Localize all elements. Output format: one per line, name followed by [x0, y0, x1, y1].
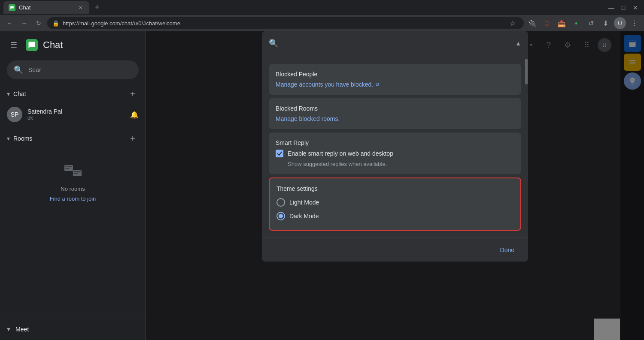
- browser-menu-button[interactable]: ⋮: [629, 17, 641, 29]
- extension-icon-3[interactable]: 📤: [556, 17, 568, 29]
- svg-rect-5: [74, 173, 78, 174]
- rooms-add-button[interactable]: +: [127, 132, 139, 144]
- rooms-section-title: Rooms: [13, 135, 123, 142]
- rooms-empty-state: No rooms Find a room to join: [0, 148, 146, 216]
- new-tab-button[interactable]: +: [91, 2, 103, 14]
- modal-search-bar: 🔍 ▲: [262, 31, 528, 55]
- app-container: ☰ Chat 🔍 Sear ▾ Chat + SP Satendra Pal o…: [0, 31, 644, 340]
- address-bar-actions: ☆: [507, 17, 519, 29]
- reload-button[interactable]: ↻: [33, 17, 45, 29]
- light-mode-radio[interactable]: [276, 198, 285, 207]
- tab-favicon: [9, 4, 15, 11]
- modal-scroll-area[interactable]: Blocked People Manage accounts you have …: [262, 55, 528, 238]
- meet-label: Meet: [15, 326, 29, 333]
- chat-info: Satendra Pal ok: [27, 108, 125, 121]
- rooms-section: ▾ Rooms + No rooms Find a room to jo: [0, 127, 146, 217]
- dark-mode-radio[interactable]: [276, 212, 285, 220]
- svg-rect-4: [74, 171, 81, 172]
- notification-icon: 🔔: [130, 111, 139, 119]
- bookmark-icon[interactable]: ☆: [507, 17, 519, 29]
- search-icon: 🔍: [14, 65, 23, 75]
- dark-mode-label: Dark Mode: [289, 213, 319, 220]
- rooms-empty-icon: [63, 162, 83, 182]
- meet-chevron-icon: ▾: [7, 325, 10, 333]
- meet-section-item[interactable]: ▾ Meet: [7, 322, 139, 337]
- external-link-icon: ⧉: [376, 81, 380, 87]
- dark-mode-radio-inner: [279, 214, 283, 218]
- sidebar: ☰ Chat 🔍 Sear ▾ Chat + SP Satendra Pal o…: [0, 31, 146, 340]
- chat-item[interactable]: SP Satendra Pal ok 🔔: [0, 103, 146, 126]
- extension-icon-6[interactable]: ⬇: [599, 17, 611, 29]
- smart-reply-checkbox-label: Enable smart reply on web and desktop: [288, 150, 393, 157]
- light-mode-radio-row[interactable]: Light Mode: [276, 196, 513, 209]
- svg-rect-2: [65, 168, 70, 169]
- smart-reply-title: Smart Reply: [276, 139, 514, 146]
- address-bar[interactable]: 🔒 https://mail.google.com/chat/u/0/#chat…: [47, 17, 524, 29]
- modal-search-input[interactable]: [283, 39, 510, 47]
- light-mode-label: Light Mode: [289, 199, 319, 206]
- rooms-section-header[interactable]: ▾ Rooms +: [0, 129, 146, 148]
- tab-close-button[interactable]: ✕: [77, 4, 84, 11]
- browser-close-button[interactable]: ✕: [630, 3, 641, 13]
- blocked-people-link[interactable]: Manage accounts you have blocked. ⧉: [276, 81, 514, 88]
- svg-rect-1: [65, 166, 72, 167]
- rooms-chevron-icon: ▾: [7, 135, 10, 142]
- sidebar-search-bar[interactable]: 🔍 Sear: [7, 60, 139, 79]
- browser-user-avatar[interactable]: U: [614, 17, 626, 29]
- theme-settings-section: Theme settings Light Mode Dark Mode: [269, 178, 521, 231]
- no-rooms-text: No rooms: [61, 186, 85, 192]
- main-content: Done Active ▾ ? ⚙ ⠿ U 🔍 ▲: [146, 31, 644, 340]
- extension-icon-1[interactable]: 🔌: [526, 17, 538, 29]
- minimize-button[interactable]: —: [606, 3, 617, 13]
- dark-mode-radio-row[interactable]: Dark Mode: [276, 209, 513, 223]
- chat-section-header[interactable]: ▾ Chat +: [0, 84, 146, 103]
- blocked-rooms-section: Blocked Rooms Manage blocked rooms.: [269, 98, 521, 129]
- blocked-rooms-title: Blocked Rooms: [276, 105, 514, 112]
- active-tab[interactable]: Chat ✕: [3, 1, 89, 14]
- sidebar-header: ☰ Chat: [0, 31, 146, 59]
- extension-icon-4[interactable]: ●: [570, 17, 582, 29]
- tab-bar: Chat ✕ +: [3, 1, 605, 14]
- scrollbar-thumb[interactable]: [525, 59, 528, 84]
- app-logo: [26, 39, 38, 51]
- lock-icon: 🔒: [52, 20, 59, 27]
- maximize-button[interactable]: □: [618, 3, 629, 13]
- done-button[interactable]: Done: [493, 243, 521, 257]
- back-button[interactable]: ←: [3, 17, 15, 29]
- blocked-people-title: Blocked People: [276, 71, 514, 78]
- modal-overlay: 🔍 ▲ Blocked People Manage accounts you h…: [146, 31, 644, 340]
- chat-section-title: Chat: [13, 90, 123, 97]
- theme-settings-title: Theme settings: [276, 185, 513, 192]
- url-text: https://mail.google.com/chat/u/0/#chat/w…: [63, 20, 180, 27]
- chat-section: ▾ Chat + SP Satendra Pal ok 🔔: [0, 83, 146, 127]
- tab-title: Chat: [19, 4, 30, 11]
- find-room-link[interactable]: Find a room to join: [50, 196, 96, 202]
- scroll-up-button[interactable]: ▲: [515, 40, 521, 47]
- smart-reply-checkbox-row[interactable]: Enable smart reply on web and desktop: [276, 150, 514, 157]
- smart-reply-description: Show suggested replies when available.: [276, 161, 514, 167]
- modal-footer: Done: [262, 238, 528, 262]
- address-bar-row: ← → ↻ 🔒 https://mail.google.com/chat/u/0…: [0, 15, 644, 31]
- modal-scrollbar[interactable]: [525, 55, 528, 238]
- hamburger-button[interactable]: ☰: [7, 38, 21, 52]
- search-placeholder-text: Sear: [28, 66, 41, 73]
- forward-button[interactable]: →: [18, 17, 30, 29]
- blocked-rooms-link[interactable]: Manage blocked rooms.: [276, 115, 514, 122]
- contact-name: Satendra Pal: [27, 108, 125, 115]
- blocked-people-section: Blocked People Manage accounts you have …: [269, 64, 521, 95]
- chat-chevron-icon: ▾: [7, 90, 10, 97]
- extension-icon-2[interactable]: ⬡: [541, 17, 553, 29]
- scroll-top-spacer: [262, 59, 528, 62]
- smart-reply-section: Smart Reply Enable smart reply on web an…: [269, 132, 521, 174]
- modal-search-icon: 🔍: [269, 39, 278, 48]
- settings-modal: 🔍 ▲ Blocked People Manage accounts you h…: [262, 31, 528, 262]
- app-title: Chat: [43, 39, 63, 51]
- chat-add-button[interactable]: +: [127, 88, 139, 100]
- browser-chrome: Chat ✕ + — □ ✕: [0, 0, 644, 15]
- smart-reply-checkbox[interactable]: [276, 150, 283, 157]
- browser-controls: — □ ✕: [606, 3, 641, 13]
- extension-icon-5[interactable]: ↺: [585, 17, 597, 29]
- chat-preview: ok: [27, 115, 125, 121]
- contact-avatar: SP: [7, 107, 22, 122]
